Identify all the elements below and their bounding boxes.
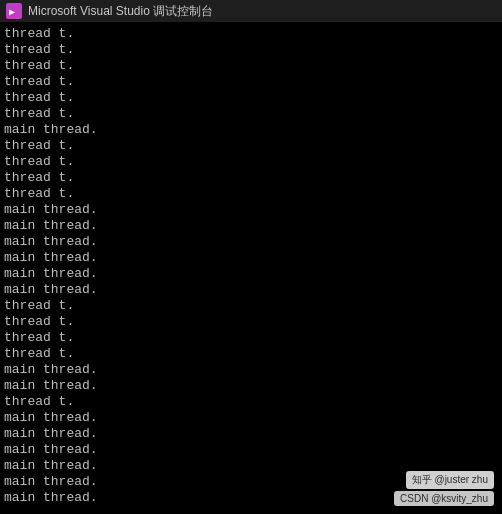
console-line: thread t. xyxy=(4,346,498,362)
console-line: thread t. xyxy=(4,154,498,170)
console-line: thread t. xyxy=(4,74,498,90)
console-area[interactable]: thread t.thread t.thread t.thread t.thre… xyxy=(0,22,502,514)
console-line: thread t. xyxy=(4,298,498,314)
console-line: main thread. xyxy=(4,250,498,266)
console-line: thread t. xyxy=(4,170,498,186)
console-line: thread t. xyxy=(4,58,498,74)
console-line: main thread. xyxy=(4,202,498,218)
watermark: 知乎 @juster zhu CSDN @ksvity_zhu xyxy=(394,471,494,506)
watermark-line2: CSDN @ksvity_zhu xyxy=(394,491,494,506)
console-line: thread t. xyxy=(4,90,498,106)
console-line: thread t. xyxy=(4,42,498,58)
console-line: main thread. xyxy=(4,218,498,234)
svg-text:▶: ▶ xyxy=(9,7,15,17)
console-line: main thread. xyxy=(4,362,498,378)
watermark-line1: 知乎 @juster zhu xyxy=(406,471,494,489)
console-line: thread t. xyxy=(4,138,498,154)
console-line: thread t. xyxy=(4,106,498,122)
console-line: main thread. xyxy=(4,266,498,282)
console-line: thread t. xyxy=(4,26,498,42)
app-icon: ▶ xyxy=(6,3,22,19)
title-bar-text: Microsoft Visual Studio 调试控制台 xyxy=(28,3,213,20)
console-line: main thread. xyxy=(4,282,498,298)
console-line: thread t. xyxy=(4,314,498,330)
console-line: thread t. xyxy=(4,186,498,202)
console-line: thread t. xyxy=(4,394,498,410)
console-line: main thread. xyxy=(4,122,498,138)
console-line: main thread. xyxy=(4,442,498,458)
console-line: main thread. xyxy=(4,410,498,426)
console-line: main thread. xyxy=(4,234,498,250)
console-line: main thread. xyxy=(4,378,498,394)
console-line: main thread. xyxy=(4,426,498,442)
console-line: thread t. xyxy=(4,330,498,346)
title-bar: ▶ Microsoft Visual Studio 调试控制台 xyxy=(0,0,502,22)
